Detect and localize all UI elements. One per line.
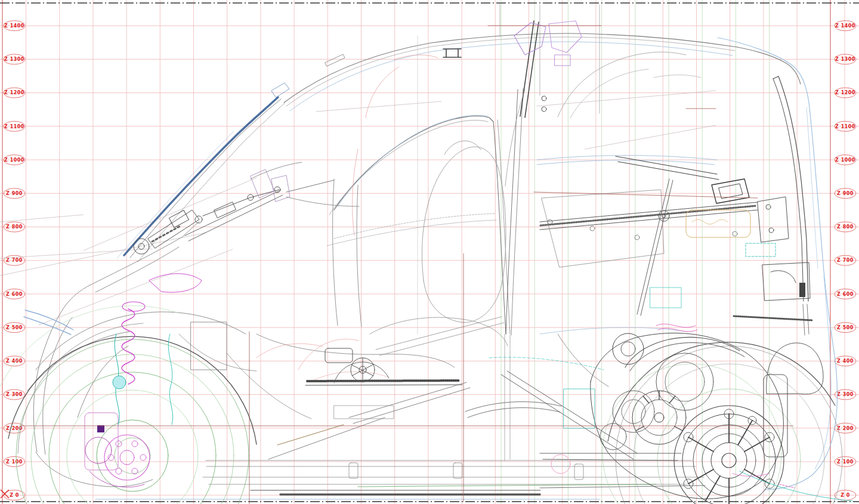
seat-rail-and-motor [268,348,470,459]
z-label-right-500: Z 500 [837,325,854,330]
rear-powertrain [465,333,853,504]
z-label-right-1200: Z 1200 [835,90,855,95]
z-label-left-1000: Z 1000 [4,157,24,163]
z-label-right-900: Z 900 [837,191,854,196]
z-label-right-300: Z 300 [837,392,854,397]
roof [284,33,737,111]
mirror-bracket [251,169,290,202]
z-label-left-1200: Z 1200 [4,90,24,95]
z-label-left-700: Z 700 [6,258,23,263]
door-swing-arcs [353,55,438,236]
z-label-left-900: Z 900 [6,191,23,196]
z-label-left-400: Z 400 [6,358,23,364]
datum-lines [21,26,793,504]
z-label-left-300: Z 300 [6,392,23,397]
cyan-bushing [113,376,126,389]
cad-drawing-svg: Z 1400Z 1400Z 1300Z 1300Z 1200Z 1200Z 11… [0,0,859,504]
rear-cabin-structure [505,156,812,461]
door-frame [327,115,510,334]
z-label-left-800: Z 800 [6,224,23,230]
z-label-right-400: Z 400 [837,358,854,364]
front-suspension [85,274,257,487]
z-label-right-800: Z 800 [837,224,854,230]
z-label-right-1100: Z 1100 [835,124,855,129]
z-label-right-1300: Z 1300 [835,57,855,62]
hub-flange [104,435,150,480]
z-label-left-600: Z 600 [6,292,23,297]
z-label-right-700: Z 700 [837,258,854,263]
dashboard [257,179,455,367]
construction-lines [0,91,716,325]
pillar-and-hinges [418,4,701,335]
z-label-left-1100: Z 1100 [4,124,24,129]
z-label-left-1300: Z 1300 [4,57,24,62]
cad-canvas: Z 1400Z 1400Z 1300Z 1300Z 1200Z 1200Z 11… [0,0,859,504]
rear-wheel-arch [608,342,835,441]
z-label-left-1400: Z 1400 [4,23,24,29]
z-label-right-600: Z 600 [837,292,854,297]
reference-grid-layer: Z 1400Z 1400Z 1300Z 1300Z 1200Z 1200Z 11… [0,0,859,504]
floor-sill [95,353,705,499]
windshield-and-wiper [117,83,289,262]
purple-marker [97,425,104,432]
front-body [27,221,246,487]
front-wheel [0,306,257,504]
z-label-right-200: Z 200 [837,426,854,431]
z-label-right-0: Z 0 [841,493,850,498]
z-label-right-100: Z 100 [837,459,854,465]
z-label-left-500: Z 500 [6,325,23,330]
z-label-right-1000: Z 1000 [835,157,855,163]
z-label-left-100: Z 100 [6,459,23,465]
cowl-mechanism [134,162,334,254]
z-label-right-1400: Z 1400 [835,23,855,29]
z-label-left-0: Z 0 [10,493,19,498]
car-wireframe-layer [0,4,853,504]
headlamp-outline [24,310,73,335]
